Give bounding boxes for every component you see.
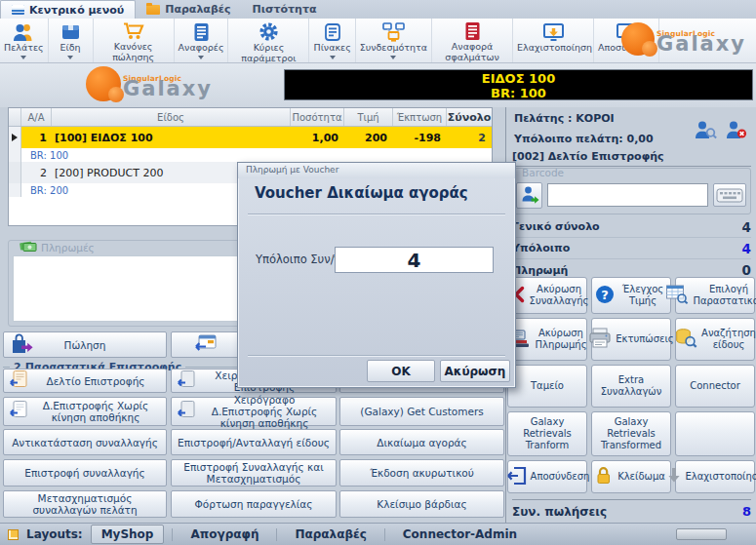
toolbar-error-report-button[interactable]: Αναφορά σφαλμάτων [432, 19, 513, 62]
button-label: Αποσύνδεση [531, 471, 590, 483]
main-toolbar: Πελάτες Είδη Κανόνες πώλησης Αναφορές Κύ… [0, 19, 756, 63]
empty-button[interactable] [675, 411, 755, 456]
layout-inventory[interactable]: Απογραφή [180, 526, 268, 543]
separator [384, 528, 385, 541]
display-line1: ΕΙΔΟΣ 100 [285, 71, 752, 86]
cancel-payment-button[interactable]: Ακύρωση Πληρωμής [507, 318, 587, 361]
return-transaction-button[interactable]: Επιστροφή συναλλαγής [3, 459, 167, 487]
extra-transactions-button[interactable]: Extra Συναλλαγών [591, 365, 671, 408]
toolbar-connectivity-button[interactable]: Συνδεσμότητα [356, 19, 432, 62]
ribbon-tabbar: Κεντρικό μενού Παραλαβές Πιστότητα [0, 0, 756, 19]
select-document-button[interactable]: Επιλογή Παραστατικού [675, 277, 755, 314]
galaxy-sphere-icon [621, 22, 655, 56]
galaxy-retrievals-tranform-button[interactable]: Galaxy Retrievals Tranform [507, 411, 587, 456]
toolbar-parameters-button[interactable]: Κύριες παράμετροι [228, 19, 309, 62]
tab-main-menu[interactable]: Κεντρικό μενού [0, 0, 136, 19]
toolbar-button-label: Αναφορά σφαλμάτων [436, 42, 508, 62]
toolbar-sales-rules-button[interactable]: Κανόνες πώλησης [94, 19, 175, 62]
toolbar-button-label: Κανόνες πώλησης [98, 42, 170, 62]
connector-button[interactable]: Connector [675, 365, 755, 408]
barcode-customer-button[interactable] [516, 182, 542, 209]
toolbar-minimize-button[interactable]: Ελαχιστοποίηση [513, 19, 594, 62]
cell-qty: 1,00 [291, 132, 344, 144]
close-shift-button[interactable]: Κλείσιμο βάρδιας [339, 490, 504, 518]
issue-cancellation-button[interactable]: Έκδοση ακυρωτικού [339, 459, 504, 487]
purchase-right-button[interactable]: Δικαίωμα αγοράς [339, 429, 504, 455]
barcode-label: Barcode [519, 167, 567, 178]
voucher-remaining-input[interactable] [335, 247, 494, 273]
tab-loyalty[interactable]: Πιστότητα [241, 0, 327, 19]
item-search-button[interactable]: Αναζήτηση είδους [675, 318, 755, 361]
return-document-icon [8, 370, 28, 392]
return-and-transform-button[interactable]: Επιστροφή Συναλλαγής και Μετασχηματισμός [171, 459, 337, 487]
layout-myshop[interactable]: MyShop [91, 525, 165, 544]
galaxy-logo: SingularLogic Galaxy [86, 66, 213, 101]
sale-button[interactable]: Πώληση [3, 331, 167, 358]
toolbar-button-label: Πίνακες [313, 43, 350, 54]
cancel-transaction-button[interactable]: Ακύρωση Συναλλαγής [507, 277, 587, 314]
svg-text:?: ? [601, 287, 609, 301]
column-header-discount[interactable]: Έκπτωση [393, 108, 447, 126]
toolbar-items-button[interactable]: Είδη [49, 19, 94, 62]
column-header-price[interactable]: Τιμή [344, 108, 393, 126]
cancel-button[interactable]: Ακύρωση [440, 360, 510, 382]
column-header-total[interactable]: Σύνολο [447, 108, 492, 126]
galaxy-get-customers-button[interactable]: (Galaxy) Get Customers [339, 397, 504, 426]
ok-button[interactable]: OK [367, 360, 435, 382]
galaxy-retrievals-transformed-button[interactable]: Galaxy Retrievals Transformed [591, 411, 671, 456]
load-order-button[interactable]: Φόρτωση παραγγελίας [171, 490, 337, 518]
customer-remove-icon[interactable] [725, 120, 748, 142]
layout-connector-admin[interactable]: Connector-Admin [393, 526, 527, 543]
tab-receipts[interactable]: Παραλαβές [136, 0, 241, 19]
printouts-button[interactable]: Εκτυπώσεις [591, 318, 671, 361]
price-check-button[interactable]: ? Έλεγχος Τιμής [591, 277, 671, 314]
cell-aa: 2 [21, 167, 52, 179]
replace-transaction-button[interactable]: Αντικατάσταση συναλλαγής [3, 429, 167, 455]
statusbar-button[interactable] [676, 528, 727, 540]
shopping-bag-icon [10, 331, 36, 358]
question-icon: ? [595, 285, 615, 307]
barcode-input[interactable] [547, 183, 708, 207]
button-label: Galaxy Retrievals Transformed [595, 416, 667, 451]
lock-icon [595, 466, 612, 487]
return-no-stock-button[interactable]: Δ.Επιστροφής Χωρίς κίνηση αποθήκης [3, 397, 167, 426]
button-label: Δελτίο Επιστροφής [46, 375, 144, 387]
total-sales-row: Συν. πωλήσεις 8 [512, 499, 751, 523]
report-document-icon [193, 21, 210, 42]
minimize-button[interactable]: Ελαχιστοποίηση [675, 460, 755, 493]
return-exchange-item-button[interactable]: Επιστροφή/Ανταλλαγή είδους [171, 429, 337, 455]
note-text: BR: 200 [21, 185, 68, 196]
cell-discount: -198 [393, 132, 447, 144]
toolbar-tables-button[interactable]: Πίνακες [309, 19, 355, 62]
remaining-label: Υπόλοιπο [512, 242, 570, 254]
dialog-titlebar[interactable]: Πληρωμή με Voucher [238, 163, 515, 178]
tab-label: Παραλαβές [165, 3, 230, 16]
return-form-button[interactable] [171, 331, 240, 358]
logout-button[interactable]: Αποσύνδεση [507, 460, 587, 493]
toolbar-customers-button[interactable]: Πελάτες [0, 19, 49, 62]
column-header-item[interactable]: Είδος [52, 108, 291, 126]
button-label: Κλείδωμα [616, 471, 667, 483]
layouts-label: Layouts: [26, 527, 83, 541]
cash-desk-button[interactable]: Ταμείο [507, 365, 587, 408]
button-label: Εκτυπώσεις [616, 333, 673, 345]
transform-customer-transactions-button[interactable]: Μετασχηματισμός συναλλαγών πελάτη [3, 490, 167, 518]
galaxy-logo: SingularLogic Galaxy [621, 22, 746, 56]
column-header-aa[interactable]: Α/Α [21, 108, 52, 126]
toolbar-reports-button[interactable]: Αναφορές [175, 19, 229, 62]
button-label: Ακύρωση Πληρωμής [535, 328, 586, 351]
return-slip-button[interactable]: Δελτίο Επιστροφής [3, 369, 167, 393]
table-row-selected[interactable]: 1 [100] ΕΙΔΟΣ 100 1,00 200 -198 2 [9, 127, 492, 148]
customer-search-icon[interactable] [694, 120, 717, 142]
layout-receipts[interactable]: Παραλαβές [285, 526, 376, 543]
keyboard-button[interactable] [713, 183, 746, 207]
total-sales-label: Συν. πωλήσεις [512, 505, 607, 519]
subheader: SingularLogic Galaxy ΕΙΔΟΣ 100 BR: 100 [0, 63, 756, 107]
lock-button[interactable]: Κλείδωμα [591, 460, 671, 493]
handwritten-return-no-stock-button[interactable]: Χειρόγραφο Δ.Επιστροφής Χωρίς κίνηση απο… [171, 397, 337, 426]
barcode-groupbox: Barcode [511, 168, 751, 214]
column-header-qty[interactable]: Ποσότητα [291, 108, 344, 126]
button-label: (Galaxy) Get Customers [360, 406, 483, 417]
cart-icon [122, 21, 145, 41]
grand-total-label: Γενικό σύνολο [512, 220, 600, 233]
